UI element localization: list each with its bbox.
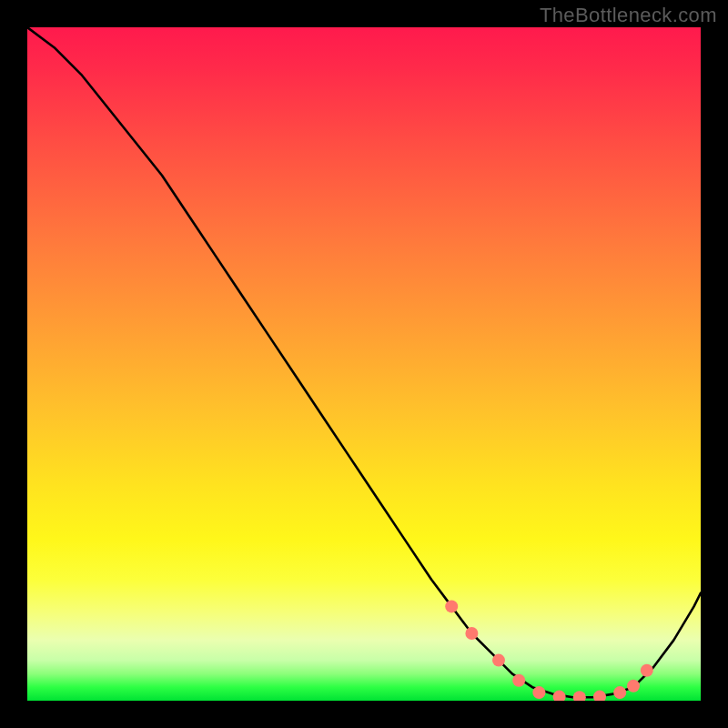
chart-stage: TheBottleneck.com	[0, 0, 728, 728]
highlight-dot	[573, 691, 586, 701]
highlight-dot	[641, 664, 653, 677]
highlight-dots	[445, 600, 653, 701]
highlight-dot	[553, 691, 566, 701]
bottleneck-curve	[27, 27, 701, 697]
highlight-dot	[532, 686, 545, 699]
plot-area	[27, 27, 701, 701]
highlight-dot	[492, 654, 505, 667]
chart-overlay	[27, 27, 701, 701]
highlight-dot	[512, 674, 525, 687]
highlight-dot	[465, 627, 478, 640]
highlight-dot	[445, 600, 458, 612]
highlight-dot	[593, 691, 606, 701]
watermark-label: TheBottleneck.com	[540, 4, 717, 27]
highlight-dot	[613, 686, 626, 699]
highlight-dot	[627, 680, 640, 693]
